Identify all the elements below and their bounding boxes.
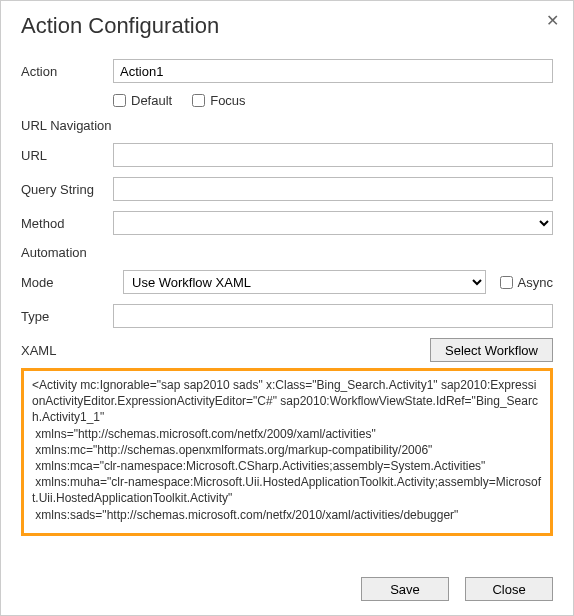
query-string-input[interactable] xyxy=(113,177,553,201)
url-label: URL xyxy=(21,148,113,163)
method-row: Method xyxy=(21,211,553,235)
method-select[interactable] xyxy=(113,211,553,235)
save-button[interactable]: Save xyxy=(361,577,449,601)
xaml-row: XAML Select Workflow xyxy=(21,338,553,362)
select-workflow-button[interactable]: Select Workflow xyxy=(430,338,553,362)
footer-buttons: Save Close xyxy=(361,577,553,601)
mode-select[interactable]: Use Workflow XAML xyxy=(123,270,486,294)
url-navigation-heading: URL Navigation xyxy=(21,118,553,133)
close-button[interactable]: Close xyxy=(465,577,553,601)
async-label: Async xyxy=(518,275,553,290)
type-row: Type xyxy=(21,304,553,328)
async-checkbox[interactable] xyxy=(500,276,513,289)
action-input[interactable] xyxy=(113,59,553,83)
default-label: Default xyxy=(131,93,172,108)
mode-row: Mode Use Workflow XAML Async xyxy=(21,270,553,294)
method-label: Method xyxy=(21,216,113,231)
type-input[interactable] xyxy=(113,304,553,328)
focus-checkbox-wrap[interactable]: Focus xyxy=(192,93,245,108)
xaml-textarea[interactable]: <Activity mc:Ignorable="sap sap2010 sads… xyxy=(21,368,553,536)
focus-label: Focus xyxy=(210,93,245,108)
query-string-row: Query String xyxy=(21,177,553,201)
action-label: Action xyxy=(21,64,113,79)
focus-checkbox[interactable] xyxy=(192,94,205,107)
default-checkbox-wrap[interactable]: Default xyxy=(113,93,172,108)
default-checkbox[interactable] xyxy=(113,94,126,107)
mode-label: Mode xyxy=(21,275,113,290)
action-options-row: Default Focus xyxy=(21,93,553,108)
xaml-label: XAML xyxy=(21,343,113,358)
url-row: URL xyxy=(21,143,553,167)
type-label: Type xyxy=(21,309,113,324)
query-string-label: Query String xyxy=(21,182,113,197)
automation-heading: Automation xyxy=(21,245,553,260)
page-title: Action Configuration xyxy=(21,13,553,39)
close-icon[interactable]: ✕ xyxy=(546,11,559,30)
async-checkbox-wrap[interactable]: Async xyxy=(500,275,553,290)
url-input[interactable] xyxy=(113,143,553,167)
action-row: Action xyxy=(21,59,553,83)
